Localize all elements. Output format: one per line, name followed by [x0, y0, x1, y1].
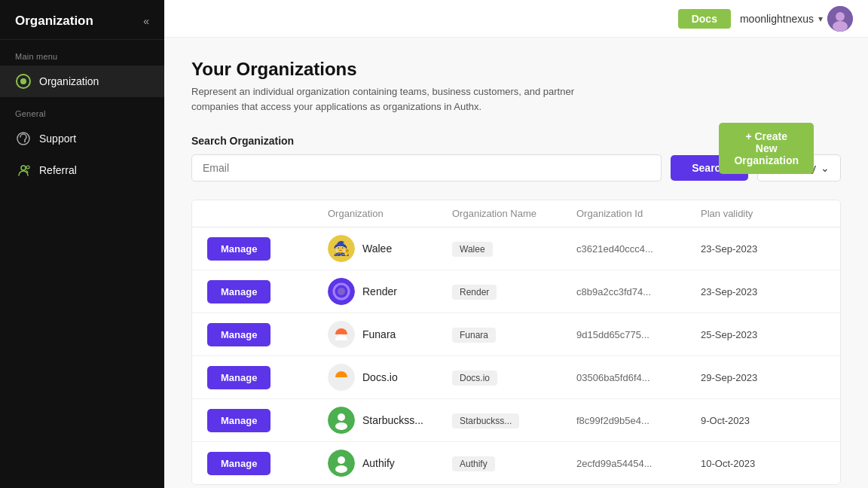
org-name-badge-cell: Docs.io — [452, 371, 576, 384]
docs-button[interactable]: Docs — [678, 9, 731, 29]
plan-validity: 9-Oct-2023 — [701, 415, 750, 426]
manage-button[interactable]: Manage — [207, 409, 270, 432]
svg-point-18 — [335, 422, 347, 430]
org-id-cell: 03506ba5fd6f4... — [576, 371, 701, 384]
plan-validity-cell: 23-Sep-2023 — [701, 242, 825, 255]
plan-validity-cell: 29-Sep-2023 — [701, 371, 825, 384]
svg-point-3 — [24, 141, 26, 142]
sidebar-title: Organization — [15, 14, 93, 29]
org-name-badge: Walee — [452, 242, 493, 257]
svg-point-5 — [26, 166, 29, 169]
topbar: Docs moonlightnexus ▾ — [164, 0, 868, 38]
org-name-badge-cell: Starbuckss... — [452, 413, 576, 427]
page-description: Represent an individual organization con… — [191, 84, 583, 114]
plan-validity: 10-Oct-2023 — [701, 458, 755, 469]
sidebar-item-support[interactable]: Support — [0, 123, 164, 154]
create-organization-button[interactable]: + Create New Organization — [719, 123, 814, 174]
table-row: Manage Funara Funara 9d15dd65c775... 25-… — [192, 313, 840, 356]
sidebar-section-general: General Support Referral — [0, 97, 164, 186]
manage-cell: Manage — [207, 237, 328, 261]
org-id-cell: f8c99f2d9b5e4... — [576, 413, 701, 427]
col-organization: Organization — [328, 208, 452, 219]
table-row: Manage Docs.io Docs.io 03506ba5fd6f4... … — [192, 356, 840, 399]
plan-validity: 25-Sep-2023 — [701, 329, 757, 340]
org-id: f8c99f2d9b5e4... — [576, 415, 649, 426]
manage-button[interactable]: Manage — [207, 237, 270, 261]
org-cell: Render — [328, 278, 452, 305]
sidebar-item-organization[interactable]: Organization — [0, 66, 164, 97]
org-avatar — [328, 364, 355, 391]
org-name: Docs.io — [362, 371, 398, 383]
svg-point-17 — [338, 413, 345, 421]
table-row: Manage Starbuckss... Starbuckss... f8c99… — [192, 399, 840, 442]
org-avatar — [328, 278, 355, 305]
col-org-name: Organization Name — [452, 208, 576, 219]
org-name-badge: Docs.io — [452, 371, 497, 386]
username: moonlightnexus — [740, 13, 814, 25]
sidebar-item-label: Support — [39, 133, 76, 145]
main-area: Docs moonlightnexus ▾ Your Organizations… — [164, 0, 868, 488]
org-icon — [15, 73, 32, 90]
org-id: 03506ba5fd6f4... — [576, 372, 650, 383]
org-avatar — [328, 450, 355, 477]
org-avatar — [328, 321, 355, 348]
table-row: Manage Authify Authify 2ecfd99a54454... … — [192, 442, 840, 484]
manage-button[interactable]: Manage — [207, 452, 270, 475]
col-plan-validity: Plan validity — [701, 208, 825, 219]
search-by-chevron-icon: ⌄ — [821, 162, 830, 174]
org-name: Render — [362, 285, 397, 297]
sidebar-item-label: Organization — [39, 75, 99, 87]
organizations-table: Organization Organization Name Organizat… — [191, 200, 841, 485]
org-id-cell: 9d15dd65c775... — [576, 328, 701, 341]
org-id-cell: c3621ed40ccc4... — [576, 242, 701, 255]
svg-point-4 — [21, 166, 26, 170]
org-name-badge-cell: Authify — [452, 456, 576, 470]
org-cell: 🧙 Walee — [328, 235, 452, 262]
org-id-cell: c8b9a2cc3fd74... — [576, 285, 701, 298]
search-input[interactable] — [191, 154, 662, 181]
org-cell: Funara — [328, 321, 452, 348]
svg-point-8 — [833, 21, 848, 32]
manage-button[interactable]: Manage — [207, 323, 270, 346]
referral-icon — [15, 162, 32, 178]
manage-button[interactable]: Manage — [207, 280, 270, 303]
org-cell: Authify — [328, 450, 452, 477]
plan-validity-cell: 23-Sep-2023 — [701, 285, 825, 298]
org-cell: Starbuckss... — [328, 407, 452, 434]
svg-point-20 — [338, 456, 345, 464]
plan-validity-cell: 25-Sep-2023 — [701, 328, 825, 341]
org-name-badge-cell: Render — [452, 285, 576, 298]
org-id-cell: 2ecfd99a54454... — [576, 456, 701, 470]
table-row: Manage 🧙 Walee Walee c3621ed40ccc4... 23… — [192, 227, 840, 270]
collapse-button[interactable]: « — [140, 14, 152, 29]
org-name-badge-cell: Walee — [452, 242, 576, 255]
plan-validity: 23-Sep-2023 — [701, 286, 757, 297]
org-name-badge: Authify — [452, 456, 495, 471]
sidebar-header: Organization « — [0, 0, 164, 40]
page-top: Your Organizations Represent an individu… — [191, 59, 841, 135]
org-name-badge: Starbuckss... — [452, 413, 519, 429]
user-menu[interactable]: moonlightnexus ▾ — [740, 6, 853, 32]
org-avatar: 🧙 — [328, 235, 355, 262]
org-id: 9d15dd65c775... — [576, 329, 649, 340]
org-name-badge: Funara — [452, 328, 496, 343]
plan-validity-cell: 10-Oct-2023 — [701, 456, 825, 470]
col-org-id: Organization Id — [576, 208, 701, 219]
page-title: Your Organizations — [191, 59, 841, 80]
manage-cell: Manage — [207, 280, 328, 303]
table-row: Manage Render Render c8b9a2cc3fd74... 23… — [192, 270, 840, 313]
plan-validity-cell: 9-Oct-2023 — [701, 413, 825, 427]
org-id: 2ecfd99a54454... — [576, 458, 652, 469]
support-icon — [15, 130, 32, 147]
org-id: c8b9a2cc3fd74... — [576, 286, 651, 297]
svg-point-13 — [338, 288, 345, 295]
manage-cell: Manage — [207, 409, 328, 432]
chevron-down-icon: ▾ — [818, 14, 823, 24]
org-name-badge-cell: Funara — [452, 328, 576, 341]
sidebar: Organization « Main menu Organization Ge… — [0, 0, 164, 488]
org-cell: Docs.io — [328, 364, 452, 391]
manage-button[interactable]: Manage — [207, 366, 270, 389]
sidebar-item-referral[interactable]: Referral — [0, 154, 164, 186]
org-name: Authify — [362, 457, 395, 469]
svg-point-21 — [335, 465, 347, 473]
